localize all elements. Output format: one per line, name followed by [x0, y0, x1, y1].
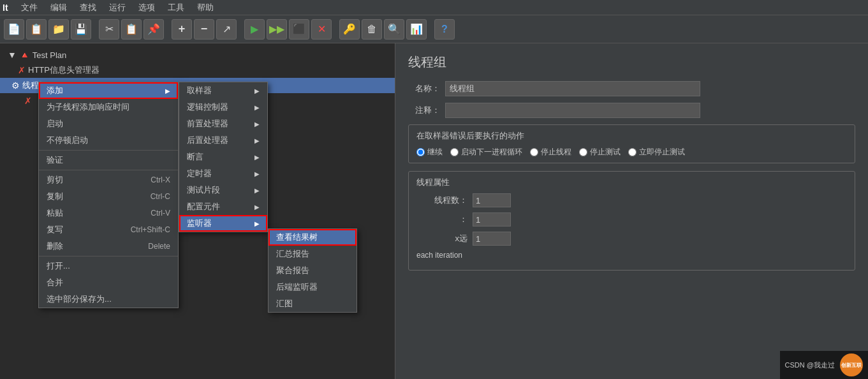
- sub1-assertion[interactable]: 断言 ▶: [179, 149, 267, 165]
- ctx-sep2: [39, 170, 178, 170]
- ramp-up-row: ：: [416, 212, 847, 227]
- props-section-title: 线程属性: [416, 177, 847, 188]
- sub1-test-fragment[interactable]: 测试片段 ▶: [179, 182, 267, 198]
- thread-count-label: 线程数：: [416, 195, 467, 206]
- ctx-start-no-pause[interactable]: 不停顿启动: [39, 132, 178, 149]
- tb-search[interactable]: 🔍: [384, 19, 404, 40]
- tb-start-no-pause[interactable]: ▶▶: [267, 19, 287, 40]
- ctx-sep1: [39, 150, 178, 151]
- ctx-open[interactable]: 打开...: [39, 258, 178, 274]
- sub-icon: ✗: [24, 96, 32, 106]
- ctx-cut[interactable]: 剪切 Ctrl-X: [39, 172, 178, 188]
- sub1-post-proc[interactable]: 后置处理器 ▶: [179, 132, 267, 149]
- context-menu: 添加 ▶ 为子线程添加响应时间 启动 不停顿启动 验证 剪切 Ctrl-X: [38, 82, 179, 308]
- watermark-text: CSDN @我走过: [785, 360, 835, 370]
- tb-paste[interactable]: 📌: [143, 19, 164, 40]
- ctx-delete[interactable]: 删除 Delete: [39, 238, 178, 255]
- radio-start-next-loop[interactable]: 启动下一进程循环: [450, 147, 522, 158]
- ctx-copy[interactable]: 复制 Ctrl-C: [39, 188, 178, 205]
- ramp-up-label: ：: [416, 214, 467, 225]
- tb-log-viewer[interactable]: 📊: [406, 19, 427, 40]
- sub2-backend-listener[interactable]: 后端监听器: [268, 279, 357, 295]
- sub2-summary-report[interactable]: 汇总报告: [268, 246, 357, 262]
- tb-clear[interactable]: 🔑: [339, 19, 360, 40]
- name-label: 名称：: [408, 83, 440, 94]
- thread-count-input[interactable]: [473, 193, 511, 207]
- tree-row-test-plan[interactable]: ▼ 🔺 Test Plan: [0, 47, 395, 63]
- ramp-up-input[interactable]: [473, 212, 511, 227]
- toolbar: 📄 📋 📁 💾 ✂ 📋 📌 + − ↗ ▶ ▶▶ ⬛ ✕ 🔑 🗑 🔍 📊 ?: [0, 15, 868, 43]
- sub2-aggregate-report[interactable]: 聚合报告: [268, 262, 357, 279]
- submenu-listener: 查看结果树 汇总报告 聚合报告 后端监听器 汇图: [268, 228, 357, 313]
- menu-run[interactable]: 运行: [103, 1, 132, 15]
- sub1-sampler[interactable]: 取样器 ▶: [179, 82, 267, 99]
- http-icon: ✗: [18, 65, 26, 75]
- radio-stop-test-now[interactable]: 立即停止测试: [628, 147, 685, 158]
- ctx-merge[interactable]: 合并: [39, 274, 178, 291]
- radio-continue[interactable]: 继续: [416, 147, 443, 158]
- tb-cut[interactable]: ✂: [99, 19, 119, 40]
- loop-row: x远: [416, 232, 847, 246]
- name-row: 名称：: [408, 81, 855, 96]
- comment-label: 注释：: [408, 105, 440, 116]
- comment-input[interactable]: [445, 103, 700, 118]
- sub2-view-results-tree[interactable]: 查看结果树: [268, 229, 357, 246]
- thread-props-section: 线程属性 线程数： ： x远 each iteration: [408, 171, 855, 271]
- submenu-add: 取样器 ▶ 逻辑控制器 ▶ 前置处理器 ▶ 后置处理器 ▶ 断言 ▶ 定时器 ▶: [179, 82, 268, 232]
- tb-remove[interactable]: −: [194, 19, 214, 40]
- error-radio-group: 继续 启动下一进程循环 停止线程 停止测试 立即停止测试: [416, 147, 847, 158]
- radio-stop-thread[interactable]: 停止线程: [530, 147, 571, 158]
- gear-icon: ⚙: [11, 80, 20, 91]
- ctx-add[interactable]: 添加 ▶: [39, 82, 178, 99]
- menu-edit[interactable]: 编辑: [44, 1, 73, 15]
- sub1-config-elem[interactable]: 配置元件 ▶: [179, 198, 267, 215]
- tb-add[interactable]: +: [172, 19, 192, 40]
- menu-help[interactable]: 帮助: [191, 1, 220, 15]
- name-input[interactable]: [445, 81, 700, 96]
- loop-input[interactable]: [473, 232, 511, 246]
- ctx-duplicate[interactable]: 复写 Ctrl+Shift-C: [39, 221, 178, 238]
- iteration-row: each iteration: [416, 251, 847, 260]
- ctx-add-response-time[interactable]: 为子线程添加响应时间: [39, 99, 178, 115]
- ctx-save-selection[interactable]: 选中部分保存为...: [39, 291, 178, 308]
- loop-label: x远: [416, 233, 467, 244]
- tb-open[interactable]: 📁: [48, 19, 69, 40]
- menu-options[interactable]: 选项: [132, 1, 161, 15]
- menu-find[interactable]: 查找: [73, 1, 103, 15]
- sub2-summary-graph[interactable]: 汇图: [268, 295, 357, 312]
- watermark-logo: 创新互联: [840, 353, 863, 376]
- menubar: It 文件 编辑 查找 运行 选项 工具 帮助: [0, 0, 868, 15]
- ctx-verify[interactable]: 验证: [39, 152, 178, 168]
- sub1-timer[interactable]: 定时器 ▶: [179, 165, 267, 182]
- menu-tools[interactable]: 工具: [161, 1, 191, 15]
- expand-icon: ▼: [8, 50, 17, 60]
- watermark: CSDN @我走过 创新互联: [780, 351, 868, 379]
- tb-new[interactable]: 📄: [4, 19, 24, 40]
- tb-save[interactable]: 💾: [71, 19, 91, 40]
- error-section-title: 在取样器错误后要执行的动作: [416, 130, 847, 142]
- iteration-label: each iteration: [416, 251, 462, 260]
- panel-title: 线程组: [408, 54, 855, 71]
- ctx-sep3: [39, 256, 178, 256]
- ctx-start[interactable]: 启动: [39, 115, 178, 132]
- tb-expand[interactable]: ↗: [216, 19, 237, 40]
- tb-clear-all[interactable]: 🗑: [362, 19, 382, 40]
- sub1-pre-proc[interactable]: 前置处理器 ▶: [179, 115, 267, 132]
- left-panel: ▼ 🔺 Test Plan ✗ HTTP信息头管理器 ⚙ 线程组 ✗: [0, 43, 395, 379]
- tb-stop[interactable]: ⬛: [289, 19, 309, 40]
- ctx-paste[interactable]: 粘贴 Ctrl-V: [39, 205, 178, 221]
- app-title: It: [3, 3, 8, 13]
- tb-templates[interactable]: 📋: [26, 19, 47, 40]
- radio-stop-test[interactable]: 停止测试: [579, 147, 621, 158]
- thread-count-row: 线程数：: [416, 193, 847, 207]
- tree-row-http-header[interactable]: ✗ HTTP信息头管理器: [0, 63, 395, 78]
- tb-copy[interactable]: 📋: [121, 19, 142, 40]
- sub1-listener[interactable]: 监听器 ▶: [179, 215, 267, 232]
- error-section: 在取样器错误后要执行的动作 继续 启动下一进程循环 停止线程 停止测试 立即停止…: [408, 124, 855, 163]
- menu-file[interactable]: 文件: [15, 1, 44, 15]
- tb-shutdown[interactable]: ✕: [311, 19, 332, 40]
- tb-help[interactable]: ?: [434, 19, 455, 40]
- right-panel: 线程组 名称： 注释： 在取样器错误后要执行的动作 继续 启动下一进程循环 停止…: [395, 43, 868, 379]
- sub1-logic-ctrl[interactable]: 逻辑控制器 ▶: [179, 99, 267, 115]
- tb-start[interactable]: ▶: [244, 19, 265, 40]
